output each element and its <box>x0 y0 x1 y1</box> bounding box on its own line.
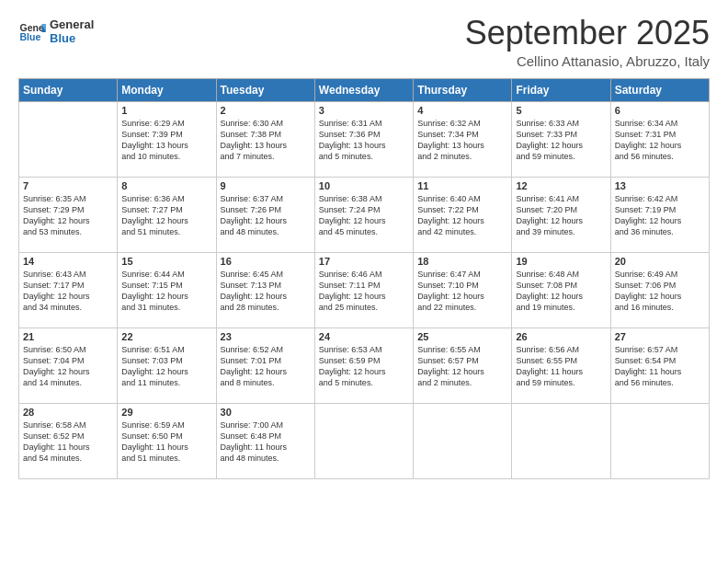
day-content: Sunrise: 6:43 AM Sunset: 7:17 PM Dayligh… <box>23 269 113 314</box>
table-row: 8Sunrise: 6:36 AM Sunset: 7:27 PM Daylig… <box>118 177 216 252</box>
table-row: 3Sunrise: 6:31 AM Sunset: 7:36 PM Daylig… <box>314 101 413 177</box>
table-row: 19Sunrise: 6:48 AM Sunset: 7:08 PM Dayli… <box>512 252 610 327</box>
day-number: 6 <box>615 105 705 116</box>
day-content: Sunrise: 6:57 AM Sunset: 6:54 PM Dayligh… <box>615 344 705 389</box>
day-number: 9 <box>221 180 311 191</box>
day-content: Sunrise: 6:42 AM Sunset: 7:19 PM Dayligh… <box>615 193 705 238</box>
day-content: Sunrise: 6:46 AM Sunset: 7:11 PM Dayligh… <box>319 269 409 314</box>
day-number: 28 <box>23 407 113 418</box>
day-number: 25 <box>417 331 507 342</box>
day-content: Sunrise: 6:51 AM Sunset: 7:03 PM Dayligh… <box>121 344 211 389</box>
table-row: 26Sunrise: 6:56 AM Sunset: 6:55 PM Dayli… <box>512 327 610 403</box>
table-row: 5Sunrise: 6:33 AM Sunset: 7:33 PM Daylig… <box>512 101 610 177</box>
day-content: Sunrise: 6:37 AM Sunset: 7:26 PM Dayligh… <box>221 193 311 238</box>
day-content: Sunrise: 6:44 AM Sunset: 7:15 PM Dayligh… <box>121 269 211 314</box>
day-content: Sunrise: 6:52 AM Sunset: 7:01 PM Dayligh… <box>221 344 311 389</box>
day-content: Sunrise: 6:58 AM Sunset: 6:52 PM Dayligh… <box>23 419 113 465</box>
table-row: 10Sunrise: 6:38 AM Sunset: 7:24 PM Dayli… <box>314 177 413 252</box>
day-content: Sunrise: 6:59 AM Sunset: 6:50 PM Dayligh… <box>121 419 211 465</box>
table-row: 25Sunrise: 6:55 AM Sunset: 6:57 PM Dayli… <box>414 327 512 403</box>
table-row <box>414 403 512 478</box>
table-row: 29Sunrise: 6:59 AM Sunset: 6:50 PM Dayli… <box>118 403 216 478</box>
day-content: Sunrise: 6:38 AM Sunset: 7:24 PM Dayligh… <box>319 193 409 238</box>
day-content: Sunrise: 6:50 AM Sunset: 7:04 PM Dayligh… <box>23 344 113 389</box>
day-number: 4 <box>417 105 507 116</box>
table-row: 28Sunrise: 6:58 AM Sunset: 6:52 PM Dayli… <box>19 403 118 478</box>
table-row: 1Sunrise: 6:29 AM Sunset: 7:39 PM Daylig… <box>118 101 216 177</box>
day-content: Sunrise: 6:56 AM Sunset: 6:55 PM Dayligh… <box>516 344 606 389</box>
day-content: Sunrise: 6:36 AM Sunset: 7:27 PM Dayligh… <box>121 193 211 238</box>
logo-general-text: General <box>50 18 94 32</box>
table-row: 11Sunrise: 6:40 AM Sunset: 7:22 PM Dayli… <box>414 177 512 252</box>
table-row: 17Sunrise: 6:46 AM Sunset: 7:11 PM Dayli… <box>314 252 413 327</box>
table-row: 22Sunrise: 6:51 AM Sunset: 7:03 PM Dayli… <box>118 327 216 403</box>
day-number: 23 <box>221 331 311 342</box>
day-number: 12 <box>516 180 606 191</box>
day-content: Sunrise: 6:34 AM Sunset: 7:31 PM Dayligh… <box>615 118 705 163</box>
day-number: 30 <box>221 407 311 418</box>
calendar-week-row: 1Sunrise: 6:29 AM Sunset: 7:39 PM Daylig… <box>19 101 710 177</box>
day-number: 11 <box>417 180 507 191</box>
col-thursday: Thursday <box>414 78 512 101</box>
logo: General Blue General Blue <box>18 18 94 46</box>
calendar-week-row: 14Sunrise: 6:43 AM Sunset: 7:17 PM Dayli… <box>19 252 710 327</box>
title-block: September 2025 Cellino Attanasio, Abruzz… <box>465 15 710 69</box>
month-title: September 2025 <box>465 15 710 52</box>
table-row: 2Sunrise: 6:30 AM Sunset: 7:38 PM Daylig… <box>216 101 314 177</box>
day-number: 17 <box>319 256 409 267</box>
table-row: 13Sunrise: 6:42 AM Sunset: 7:19 PM Dayli… <box>610 177 709 252</box>
day-content: Sunrise: 6:30 AM Sunset: 7:38 PM Dayligh… <box>221 118 311 163</box>
day-content: Sunrise: 6:47 AM Sunset: 7:10 PM Dayligh… <box>417 269 507 314</box>
day-content: Sunrise: 6:29 AM Sunset: 7:39 PM Dayligh… <box>121 118 211 163</box>
day-number: 14 <box>23 256 113 267</box>
table-row: 23Sunrise: 6:52 AM Sunset: 7:01 PM Dayli… <box>216 327 314 403</box>
col-sunday: Sunday <box>19 78 118 101</box>
day-content: Sunrise: 6:53 AM Sunset: 6:59 PM Dayligh… <box>319 344 409 389</box>
logo-icon: General Blue <box>18 18 46 46</box>
table-row: 30Sunrise: 7:00 AM Sunset: 6:48 PM Dayli… <box>216 403 314 478</box>
day-number: 7 <box>23 180 113 191</box>
day-number: 2 <box>221 105 311 116</box>
calendar-week-row: 28Sunrise: 6:58 AM Sunset: 6:52 PM Dayli… <box>19 403 710 478</box>
day-number: 18 <box>417 256 507 267</box>
day-content: Sunrise: 6:49 AM Sunset: 7:06 PM Dayligh… <box>615 269 705 314</box>
table-row: 4Sunrise: 6:32 AM Sunset: 7:34 PM Daylig… <box>414 101 512 177</box>
logo-blue-text: Blue <box>50 32 94 46</box>
col-tuesday: Tuesday <box>216 78 314 101</box>
col-friday: Friday <box>512 78 610 101</box>
day-number: 16 <box>221 256 311 267</box>
day-number: 20 <box>615 256 705 267</box>
table-row: 12Sunrise: 6:41 AM Sunset: 7:20 PM Dayli… <box>512 177 610 252</box>
day-number: 19 <box>516 256 606 267</box>
calendar-week-row: 7Sunrise: 6:35 AM Sunset: 7:29 PM Daylig… <box>19 177 710 252</box>
svg-text:Blue: Blue <box>20 31 41 42</box>
calendar-header-row: Sunday Monday Tuesday Wednesday Thursday… <box>19 78 710 101</box>
day-number: 5 <box>516 105 606 116</box>
day-number: 3 <box>319 105 409 116</box>
table-row <box>19 101 118 177</box>
col-saturday: Saturday <box>610 78 709 101</box>
day-content: Sunrise: 6:32 AM Sunset: 7:34 PM Dayligh… <box>417 118 507 163</box>
day-number: 10 <box>319 180 409 191</box>
table-row <box>314 403 413 478</box>
day-number: 26 <box>516 331 606 342</box>
table-row: 15Sunrise: 6:44 AM Sunset: 7:15 PM Dayli… <box>118 252 216 327</box>
col-wednesday: Wednesday <box>314 78 413 101</box>
table-row: 18Sunrise: 6:47 AM Sunset: 7:10 PM Dayli… <box>414 252 512 327</box>
table-row: 27Sunrise: 6:57 AM Sunset: 6:54 PM Dayli… <box>610 327 709 403</box>
day-content: Sunrise: 6:40 AM Sunset: 7:22 PM Dayligh… <box>417 193 507 238</box>
page: General Blue General Blue September 2025… <box>0 0 728 563</box>
table-row <box>512 403 610 478</box>
calendar: Sunday Monday Tuesday Wednesday Thursday… <box>18 78 710 479</box>
day-number: 22 <box>121 331 211 342</box>
day-content: Sunrise: 6:55 AM Sunset: 6:57 PM Dayligh… <box>417 344 507 389</box>
day-number: 13 <box>615 180 705 191</box>
table-row: 21Sunrise: 6:50 AM Sunset: 7:04 PM Dayli… <box>19 327 118 403</box>
day-number: 8 <box>121 180 211 191</box>
day-content: Sunrise: 6:35 AM Sunset: 7:29 PM Dayligh… <box>23 193 113 238</box>
table-row: 7Sunrise: 6:35 AM Sunset: 7:29 PM Daylig… <box>19 177 118 252</box>
table-row: 6Sunrise: 6:34 AM Sunset: 7:31 PM Daylig… <box>610 101 709 177</box>
day-content: Sunrise: 6:41 AM Sunset: 7:20 PM Dayligh… <box>516 193 606 238</box>
table-row: 16Sunrise: 6:45 AM Sunset: 7:13 PM Dayli… <box>216 252 314 327</box>
calendar-week-row: 21Sunrise: 6:50 AM Sunset: 7:04 PM Dayli… <box>19 327 710 403</box>
